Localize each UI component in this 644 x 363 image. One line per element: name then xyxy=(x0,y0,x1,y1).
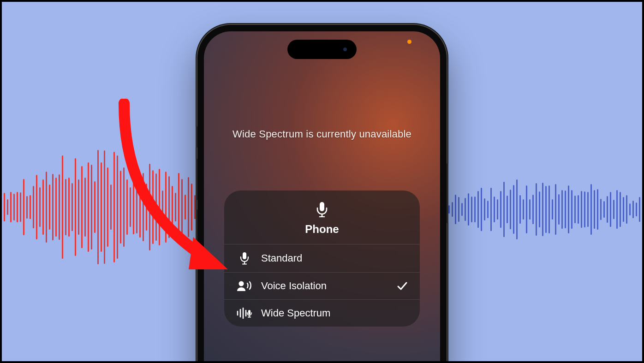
svg-point-6 xyxy=(239,281,244,286)
dynamic-island xyxy=(287,40,357,59)
mic-mode-panel: Phone Standard xyxy=(224,190,420,327)
microphone-icon xyxy=(236,252,253,265)
mic-privacy-indicator-icon xyxy=(407,40,411,44)
mic-option-voice-isolation[interactable]: Voice Isolation xyxy=(224,272,420,299)
audio-waveform-left xyxy=(4,145,202,269)
iphone-frame: Wide Spectrum is currently unavailable P… xyxy=(197,25,447,363)
audio-waveform-right xyxy=(448,173,640,246)
microphone-icon xyxy=(316,202,328,217)
status-message: Wide Spectrum is currently unavailable xyxy=(204,128,440,140)
iphone-screen: Wide Spectrum is currently unavailable P… xyxy=(204,31,440,363)
svg-rect-11 xyxy=(248,310,250,315)
checkmark-icon xyxy=(397,281,408,291)
mic-option-standard[interactable]: Standard xyxy=(224,244,420,272)
svg-rect-3 xyxy=(243,252,246,259)
mic-option-label: Standard xyxy=(261,252,408,264)
voice-isolation-icon xyxy=(236,280,253,292)
mic-option-label: Wide Spectrum xyxy=(261,307,408,319)
wide-spectrum-icon xyxy=(236,307,253,319)
mic-option-label: Voice Isolation xyxy=(261,280,388,292)
mic-panel-title: Phone xyxy=(224,223,420,236)
mic-panel-header: Phone xyxy=(224,190,420,244)
svg-rect-0 xyxy=(320,202,324,211)
mic-option-wide-spectrum[interactable]: Wide Spectrum xyxy=(224,299,420,327)
